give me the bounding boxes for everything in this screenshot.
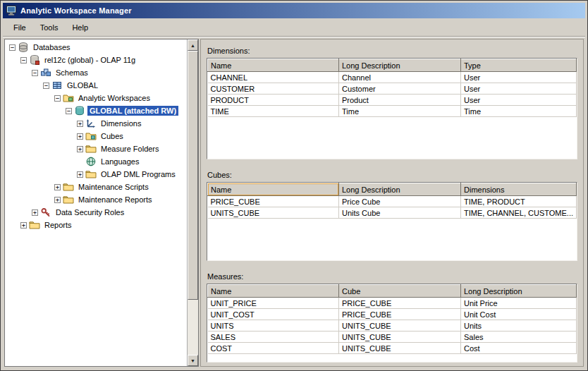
tree-item-label: Cubes bbox=[99, 131, 125, 141]
table-row[interactable]: UNIT_COSTPRICE_CUBEUnit Cost bbox=[208, 309, 577, 320]
cubes-table: NameLong DescriptionDimensionsPRICE_CUBE… bbox=[207, 183, 577, 219]
table-cell: COST bbox=[208, 343, 339, 354]
table-cell: UNITS_CUBE bbox=[208, 207, 339, 219]
cubes-folder-icon bbox=[85, 130, 97, 142]
tree-item-schemas[interactable]: −Schemas bbox=[6, 66, 185, 79]
tree-item-databases[interactable]: −Databases bbox=[6, 41, 185, 54]
column-header-long-description[interactable]: Long Description bbox=[461, 285, 577, 298]
table-cell: PRODUCT bbox=[208, 95, 339, 106]
table-cell: Units bbox=[461, 320, 577, 332]
collapse-icon[interactable]: − bbox=[20, 57, 27, 63]
expand-icon[interactable]: + bbox=[32, 209, 38, 216]
menu-file[interactable]: File bbox=[7, 21, 32, 34]
table-cell: TIME, PRODUCT bbox=[461, 196, 577, 207]
table-cell: User bbox=[461, 83, 577, 95]
scroll-thumb[interactable] bbox=[188, 51, 198, 300]
collapse-icon[interactable]: − bbox=[66, 108, 72, 114]
tree-item-data-security-roles[interactable]: +Data Security Roles bbox=[6, 206, 185, 219]
tree-item-label: rel12c (global) - OLAP 11g bbox=[42, 55, 137, 65]
expand-icon[interactable]: + bbox=[54, 184, 61, 190]
column-header-long-description[interactable]: Long Description bbox=[339, 59, 461, 72]
table-cell: TIME, CHANNEL, CUSTOME... bbox=[461, 207, 577, 219]
table-row[interactable]: COSTUNITS_CUBECost bbox=[208, 343, 577, 354]
expand-icon[interactable]: + bbox=[77, 171, 83, 178]
tree-item-maintenance-scripts[interactable]: +Maintenance Scripts bbox=[6, 181, 185, 193]
scroll-up-button[interactable]: ▲ bbox=[188, 39, 198, 51]
cubes-section-label: Cubes: bbox=[207, 171, 577, 179]
table-row[interactable]: PRODUCTProductUser bbox=[208, 95, 577, 106]
folder-icon bbox=[85, 169, 97, 180]
tree-item-label: Dimensions bbox=[99, 118, 143, 128]
dimensions-section: Dimensions: NameLong DescriptionTypeCHAN… bbox=[207, 47, 577, 159]
table-cell: Cost bbox=[461, 343, 577, 354]
tree-item-label: Maintenance Scripts bbox=[76, 182, 151, 192]
dimensions-table: NameLong DescriptionTypeCHANNELChannelUs… bbox=[207, 59, 577, 117]
table-cell: Channel bbox=[339, 72, 461, 83]
expand-icon[interactable]: + bbox=[77, 121, 83, 127]
table-cell: Product bbox=[339, 95, 461, 106]
languages-icon bbox=[85, 156, 97, 167]
expand-icon[interactable]: + bbox=[77, 146, 83, 152]
scroll-track[interactable] bbox=[188, 51, 198, 355]
tree-item-global-attached-rw[interactable]: −GLOBAL (attached RW) bbox=[6, 104, 185, 117]
database-icon bbox=[29, 54, 40, 66]
expand-icon[interactable]: + bbox=[54, 197, 61, 203]
expand-icon[interactable]: + bbox=[77, 133, 83, 140]
table-row[interactable]: PRICE_CUBEPrice CubeTIME, PRODUCT bbox=[208, 196, 577, 207]
tree-item-analytic-workspaces[interactable]: −Analytic Workspaces bbox=[6, 92, 185, 104]
tree-item-label: Reports bbox=[42, 220, 74, 230]
tree-item-maintenance-reports[interactable]: +Maintenance Reports bbox=[6, 193, 185, 206]
scroll-down-button[interactable]: ▼ bbox=[188, 355, 198, 366]
dimensions-table-container: NameLong DescriptionTypeCHANNELChannelUs… bbox=[207, 58, 577, 159]
column-header-name[interactable]: Name bbox=[208, 59, 339, 72]
dimensions-section-label: Dimensions: bbox=[207, 47, 577, 55]
folder-icon bbox=[85, 143, 97, 154]
menu-tools[interactable]: Tools bbox=[34, 21, 65, 34]
column-header-long-description[interactable]: Long Description bbox=[339, 183, 461, 196]
collapse-icon[interactable]: − bbox=[9, 44, 16, 51]
security-icon bbox=[40, 207, 51, 218]
title-bar[interactable]: Analytic Workspace Manager bbox=[3, 3, 585, 18]
tree-item-languages[interactable]: Languages bbox=[6, 155, 185, 168]
table-row[interactable]: TIMETimeTime bbox=[208, 106, 577, 117]
menu-bar: FileToolsHelp bbox=[3, 18, 585, 37]
table-row[interactable]: UNITSUNITS_CUBEUnits bbox=[208, 320, 577, 332]
table-cell: User bbox=[461, 72, 577, 83]
cubes-section: Cubes: NameLong DescriptionDimensionsPRI… bbox=[207, 171, 577, 261]
column-header-name[interactable]: Name bbox=[208, 285, 339, 298]
table-row[interactable]: UNIT_PRICEPRICE_CUBEUnit Price bbox=[208, 298, 577, 309]
folder-icon bbox=[63, 181, 74, 193]
collapse-icon[interactable]: − bbox=[43, 83, 49, 89]
menu-help[interactable]: Help bbox=[66, 21, 94, 34]
column-header-name[interactable]: Name bbox=[208, 183, 339, 196]
collapse-icon[interactable]: − bbox=[32, 70, 38, 76]
table-row[interactable]: CHANNELChannelUser bbox=[208, 72, 577, 83]
table-row[interactable]: SALESUNITS_CUBESales bbox=[208, 332, 577, 343]
tree-item-label: Schemas bbox=[54, 68, 90, 78]
table-row[interactable]: CUSTOMERCustomerUser bbox=[208, 83, 577, 95]
table-cell: Unit Cost bbox=[461, 309, 577, 320]
tree-scrollbar[interactable]: ▲ ▼ bbox=[187, 39, 198, 366]
tree-item-global[interactable]: −GLOBAL bbox=[6, 79, 185, 92]
table-cell: Time bbox=[339, 106, 461, 117]
tree-item-label: Maintenance Reports bbox=[76, 195, 154, 205]
tree-item-label: Data Security Roles bbox=[54, 207, 126, 217]
column-header-cube[interactable]: Cube bbox=[339, 285, 461, 298]
tree-item-rel12c-global-olap-11g[interactable]: −rel12c (global) - OLAP 11g bbox=[6, 54, 185, 66]
tree-item-olap-dml-programs[interactable]: +OLAP DML Programs bbox=[6, 168, 185, 181]
table-cell: Unit Price bbox=[461, 298, 577, 309]
tree-item-reports[interactable]: +Reports bbox=[6, 219, 185, 231]
table-row[interactable]: UNITS_CUBEUnits CubeTIME, CHANNEL, CUSTO… bbox=[208, 207, 577, 219]
column-header-dimensions[interactable]: Dimensions bbox=[461, 183, 577, 196]
table-cell: CHANNEL bbox=[208, 72, 339, 83]
tree-item-dimensions[interactable]: +Dimensions bbox=[6, 117, 185, 130]
collapse-icon[interactable]: − bbox=[54, 95, 61, 102]
workspace-icon bbox=[74, 105, 85, 116]
tree-item-measure-folders[interactable]: +Measure Folders bbox=[6, 142, 185, 155]
tree-item-cubes[interactable]: +Cubes bbox=[6, 130, 185, 142]
table-cell: Units Cube bbox=[339, 207, 461, 219]
table-cell: UNITS_CUBE bbox=[339, 332, 461, 343]
expand-icon[interactable]: + bbox=[20, 222, 27, 229]
table-cell: UNIT_COST bbox=[208, 309, 339, 320]
column-header-type[interactable]: Type bbox=[461, 59, 577, 72]
